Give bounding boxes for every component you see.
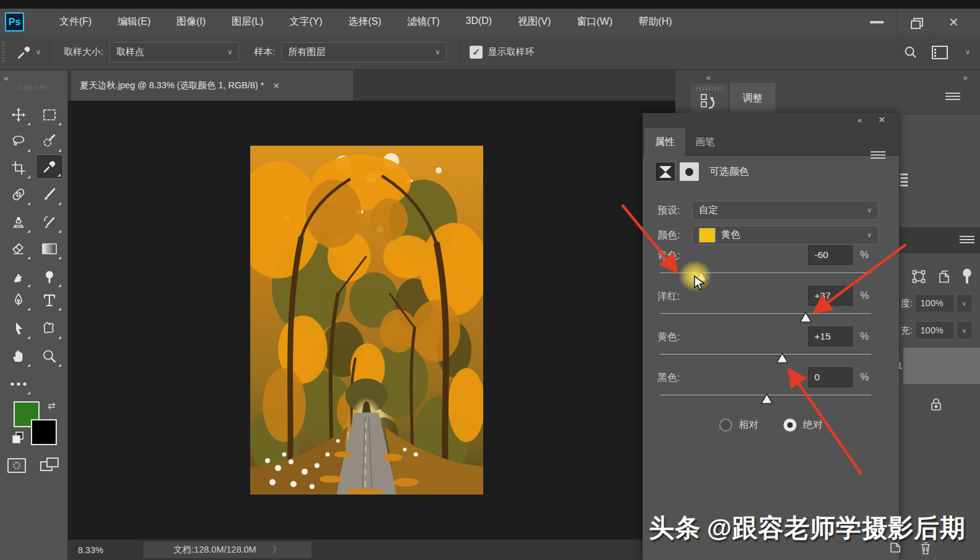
edit-toolbar-ellipsis[interactable] <box>5 372 32 396</box>
color-dropdown[interactable]: 黄色 ∨ <box>692 225 879 244</box>
tab-adjustments[interactable]: 调整 <box>730 83 775 114</box>
sample-size-dropdown[interactable]: 取样点 ∨ <box>109 42 239 62</box>
slider-track[interactable] <box>660 395 871 396</box>
document-tab[interactable]: 夏天边秋.jpeg @ 8.33% (选取颜色 1, RGB/8) * ✕ <box>71 70 354 101</box>
status-chevron-icon[interactable]: 〉 <box>272 544 282 556</box>
eyedropper-tool[interactable] <box>36 154 63 179</box>
menu-item-8[interactable]: 3D(D) <box>453 12 505 32</box>
workspace-icon[interactable] <box>932 46 948 59</box>
panel-menu-icon[interactable] <box>945 93 960 101</box>
layer-page-icon[interactable] <box>938 270 950 283</box>
panel-menu-icon[interactable] <box>871 151 885 160</box>
menu-item-11[interactable]: 帮助(H) <box>625 12 685 32</box>
slider-handle[interactable] <box>800 312 812 323</box>
selected-layer-row[interactable] <box>903 348 980 384</box>
show-sampling-ring-checkbox[interactable]: ✓ <box>470 46 483 59</box>
layer-mask-icon[interactable] <box>680 162 699 181</box>
slider-track[interactable] <box>660 354 871 356</box>
move-tool[interactable] <box>5 102 32 127</box>
slider-track[interactable] <box>660 272 871 274</box>
screen-mode-button[interactable] <box>40 457 61 474</box>
type-tool[interactable] <box>36 288 63 312</box>
slider-value-field[interactable]: +15 <box>808 327 853 346</box>
fill-field[interactable]: 100% <box>915 321 955 340</box>
opacity-dropdown-chevron[interactable]: ∨ <box>957 294 973 312</box>
background-color-swatch[interactable] <box>31 419 57 445</box>
fill-dropdown-chevron[interactable]: ∨ <box>957 321 973 340</box>
menu-item-6[interactable]: 选择(S) <box>336 12 394 32</box>
options-bar-right: ∨ <box>903 35 970 69</box>
properties-panel-header[interactable]: « ✕ <box>643 113 899 128</box>
close-button[interactable]: ✕ <box>934 9 973 35</box>
panel-edge-grip[interactable] <box>900 173 908 187</box>
healing-brush-tool[interactable] <box>5 182 32 207</box>
chevron-down-icon[interactable]: ∨ <box>965 48 970 56</box>
menu-item-10[interactable]: 窗口(W) <box>564 12 626 32</box>
opacity-field[interactable]: 100% <box>915 294 955 312</box>
close-panel-icon[interactable]: ✕ <box>878 115 885 125</box>
hand-tool[interactable] <box>5 344 32 369</box>
slider-track[interactable] <box>660 313 871 315</box>
radio-button[interactable] <box>784 419 796 432</box>
restore-button[interactable] <box>896 9 934 35</box>
properties-tab-bar: 属性 画笔 <box>643 128 899 156</box>
swap-colors-icon[interactable]: ⇄ <box>48 400 56 411</box>
quick-selection-tool[interactable] <box>36 129 63 154</box>
slider-value-field[interactable]: +37 <box>808 286 853 306</box>
menu-item-5[interactable]: 文字(Y) <box>276 12 335 32</box>
tools-grip <box>19 85 47 90</box>
clone-stamp-tool[interactable] <box>5 210 32 235</box>
sample-dropdown[interactable]: 所有图层 ∨ <box>281 42 447 62</box>
pen-tool[interactable] <box>5 288 32 312</box>
quick-mask-button[interactable] <box>7 458 26 473</box>
radio-relative[interactable]: 相对 <box>719 419 759 432</box>
menu-item-7[interactable]: 滤镜(T) <box>394 12 452 32</box>
default-colors-icon[interactable] <box>12 431 25 445</box>
brush-tool[interactable] <box>36 182 63 207</box>
tab-properties[interactable]: 属性 <box>644 128 685 156</box>
menu-item-2[interactable]: 编辑(E) <box>104 12 163 32</box>
adjustment-layer-icon-tab[interactable] <box>690 83 729 114</box>
half-pill-icon[interactable] <box>963 269 971 285</box>
panel-grip <box>696 86 722 91</box>
current-tool-button[interactable]: ∨ <box>16 44 41 61</box>
dodge-tool[interactable] <box>36 264 63 289</box>
gradient-tool[interactable] <box>36 236 63 261</box>
lock-icon[interactable] <box>929 397 943 414</box>
smudge-tool[interactable] <box>5 264 32 289</box>
document-info-field[interactable]: 文档:128.0M/128.0M 〉 <box>143 541 311 558</box>
eraser-tool[interactable] <box>5 236 32 261</box>
slider-handle[interactable] <box>761 393 773 404</box>
lasso-tool[interactable] <box>5 129 32 154</box>
tools-panel: « ⇄ <box>0 70 68 560</box>
crop-tool[interactable] <box>5 156 32 180</box>
slider-handle[interactable] <box>776 353 788 364</box>
slider-value-field[interactable]: -60 <box>808 245 853 265</box>
menu-item-4[interactable]: 图层(L) <box>219 12 277 32</box>
expand-dock-icon[interactable]: » <box>963 73 968 82</box>
custom-shape-tool[interactable] <box>36 316 63 341</box>
slider-value-field[interactable]: 0 <box>808 367 853 387</box>
collapse-dock-icon[interactable]: « <box>706 73 711 82</box>
menu-item-1[interactable]: 文件(F) <box>46 12 104 32</box>
search-icon[interactable] <box>903 45 918 60</box>
marquee-tool[interactable] <box>36 102 63 127</box>
radio-absolute[interactable]: 绝对 <box>784 419 823 432</box>
history-brush-tool[interactable] <box>36 210 63 235</box>
collapse-tools-icon[interactable]: « <box>4 73 8 83</box>
zoom-level-field[interactable]: 8.33% <box>78 545 126 555</box>
menu-item-9[interactable]: 视图(V) <box>505 12 564 32</box>
bounding-box-icon[interactable] <box>912 270 926 283</box>
panel-menu-icon[interactable] <box>960 236 974 244</box>
tab-brushes[interactable]: 画笔 <box>687 128 723 156</box>
radio-button[interactable] <box>719 419 732 432</box>
zoom-tool[interactable] <box>36 344 63 369</box>
minimize-button[interactable] <box>858 9 896 35</box>
document-tab-close-icon[interactable]: ✕ <box>272 81 280 91</box>
preset-dropdown[interactable]: 自定 ∨ <box>692 201 879 220</box>
collapse-panel-icon[interactable]: « <box>858 115 862 125</box>
menu-item-3[interactable]: 图像(I) <box>164 12 219 32</box>
path-selection-tool[interactable] <box>5 316 32 341</box>
slider-handle[interactable] <box>695 271 708 282</box>
sample-label: 样本: <box>254 46 275 58</box>
